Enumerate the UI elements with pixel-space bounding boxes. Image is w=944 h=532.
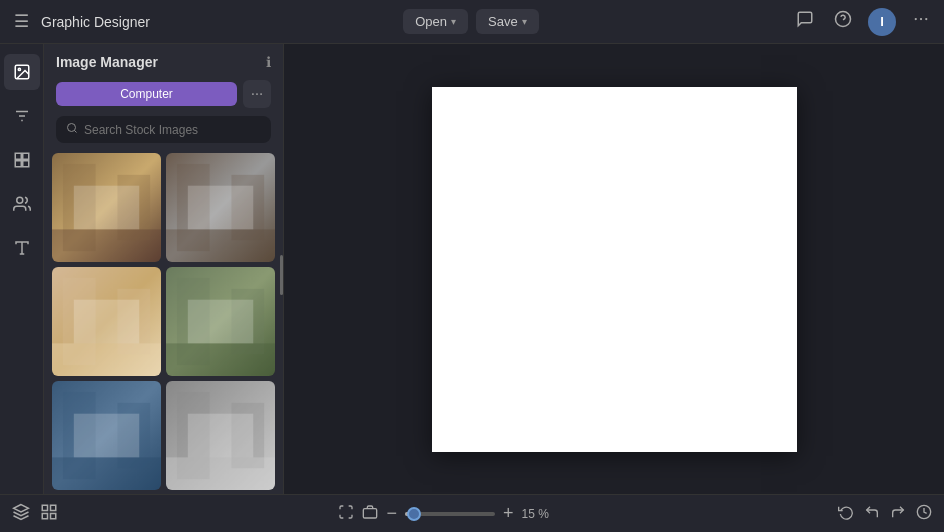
list-item[interactable] [52,381,161,490]
sidebar-item-filter[interactable] [4,98,40,134]
search-input[interactable] [84,123,261,137]
search-bar [56,116,271,143]
svg-point-14 [16,197,22,203]
zoom-controls: − + 15 % [338,503,557,524]
sidebar-item-layout[interactable] [4,142,40,178]
app-title: Graphic Designer [41,14,150,30]
list-item[interactable] [166,267,275,376]
list-item[interactable] [166,381,275,490]
history-icon[interactable] [916,504,932,524]
svg-rect-23 [42,505,47,510]
bottom-right-controls [838,504,932,524]
panel-header: Image Manager ℹ [44,44,283,76]
svg-point-18 [256,93,258,95]
avatar[interactable]: I [868,8,896,36]
more-icon[interactable] [908,6,934,37]
svg-point-4 [925,18,927,20]
open-caret-icon: ▾ [451,16,456,27]
svg-rect-27 [364,508,377,517]
zoom-out-button[interactable]: − [386,503,397,524]
bottom-bar: − + 15 % [0,494,944,532]
layer-icon[interactable] [12,503,30,525]
sidebar-item-people[interactable] [4,186,40,222]
sidebar-item-text[interactable] [4,230,40,266]
svg-point-19 [260,93,262,95]
svg-point-17 [252,93,254,95]
search-icon [66,122,78,137]
list-item[interactable] [52,153,161,262]
grid-icon[interactable] [40,503,58,525]
scrollbar[interactable] [280,255,283,295]
svg-rect-10 [15,153,21,159]
bottom-left-controls [12,503,58,525]
help-icon[interactable] [830,6,856,37]
svg-rect-13 [22,161,28,167]
svg-point-6 [18,68,20,70]
svg-point-20 [68,124,76,132]
icon-sidebar [0,44,44,494]
redo-icon[interactable] [890,504,906,524]
fit-to-screen-icon[interactable] [338,504,354,524]
image-grid [52,153,275,494]
main-layout: Image Manager ℹ Computer [0,44,944,494]
svg-point-2 [915,18,917,20]
design-canvas[interactable] [432,87,797,452]
open-button[interactable]: Open ▾ [403,9,468,34]
svg-line-21 [74,130,76,132]
topbar: ☰ Graphic Designer Open ▾ Save ▾ I [0,0,944,44]
zoom-in-button[interactable]: + [503,503,514,524]
svg-marker-22 [14,504,29,512]
more-options-button[interactable] [243,80,271,108]
zoom-percentage: 15 % [522,507,558,521]
info-icon[interactable]: ℹ [266,54,271,70]
image-grid-container [44,153,283,494]
comment-icon[interactable] [792,6,818,37]
undo-icon[interactable] [864,504,880,524]
topbar-right: I [792,6,934,37]
zoom-thumb[interactable] [407,507,421,521]
svg-rect-12 [15,161,21,167]
svg-rect-26 [51,513,56,518]
menu-icon[interactable]: ☰ [10,7,33,36]
svg-rect-11 [22,153,28,159]
image-manager-panel: Image Manager ℹ Computer [44,44,284,494]
list-item[interactable] [52,267,161,376]
svg-point-3 [920,18,922,20]
tab-computer[interactable]: Computer [56,82,237,106]
svg-rect-24 [51,505,56,510]
list-item[interactable] [166,153,275,262]
panel-tabs: Computer [44,76,283,116]
svg-rect-25 [42,513,47,518]
panel-title: Image Manager [56,54,158,70]
sidebar-item-image[interactable] [4,54,40,90]
canvas-area [284,44,944,494]
save-button[interactable]: Save ▾ [476,9,539,34]
topbar-center: Open ▾ Save ▾ [403,9,538,34]
resize-icon[interactable] [362,504,378,524]
refresh-icon[interactable] [838,504,854,524]
topbar-left: ☰ Graphic Designer [10,7,150,36]
zoom-slider[interactable] [405,512,495,516]
save-caret-icon: ▾ [522,16,527,27]
